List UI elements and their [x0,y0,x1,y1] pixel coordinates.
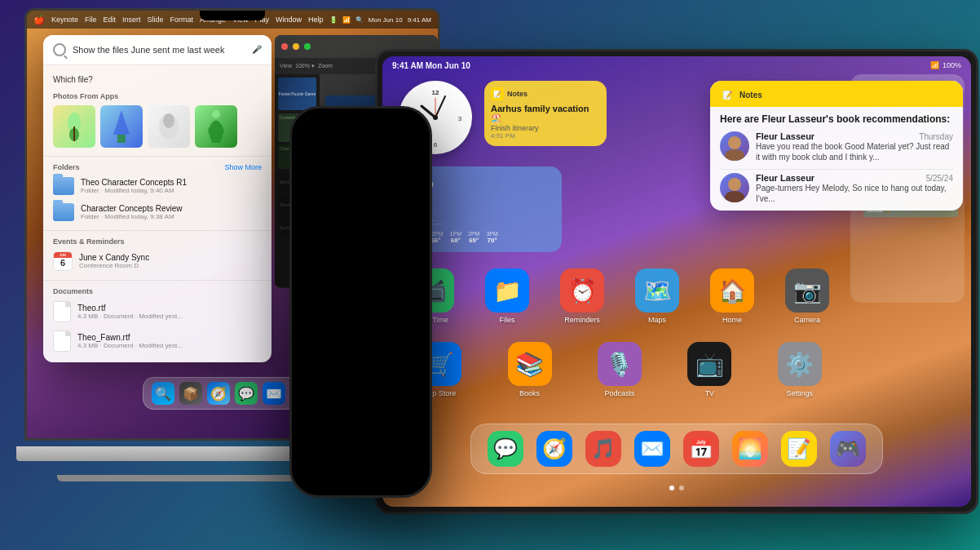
doc-result-1[interactable]: Theo.rtf 4.3 MB · Document · Modified ye… [43,297,271,326]
app-reminders[interactable]: ⏰ Reminders [549,268,616,324]
home-label: Home [722,316,742,324]
dock-safari[interactable]: 🧭 [536,431,572,467]
dock-messages[interactable]: 💬 [488,431,523,467]
menu-slide[interactable]: Slide [148,16,164,24]
reminders-icon: ⏰ [560,268,604,313]
calendar-icon-1: JUN 6 [53,251,73,271]
spotlight-photos-label: Photos From Apps [53,92,262,100]
cal-day: 6 [60,259,65,268]
reminders-label: Reminders [564,316,600,324]
page-dot-2[interactable] [679,486,684,490]
spotlight-search-text[interactable]: Show the files June sent me last week [73,45,252,55]
doc-result-2[interactable]: Theo_Fawn.rtf 4.3 MB · Document · Modifi… [43,326,271,356]
battery-icon: 🔋 [329,16,338,24]
dock-icon-launchpad[interactable]: 📦 [179,382,202,405]
maximize-button[interactable] [304,43,311,50]
svg-text:12: 12 [432,89,439,96]
folder-subtitle-2: Folder · Modified today, 9:38 AM [81,213,262,220]
doc-result-text-1: Theo.rtf 4.3 MB · Document · Modified ye… [77,304,262,320]
notif-avatar-1 [720,131,749,161]
notes-header: 📝 Notes [491,87,600,100]
folder-result-1[interactable]: Theo Character Concepts R1 Folder · Modi… [43,173,271,199]
app-maps[interactable]: 🗺️ Maps [624,268,691,324]
close-button[interactable] [281,43,288,50]
search-menubar-icon[interactable]: 🔍 [355,16,364,24]
minimize-button[interactable] [293,43,299,50]
menu-keynote[interactable]: Keynote [51,16,78,24]
photo-thumb-2[interactable] [100,105,143,148]
dock-icon-mail[interactable]: ✉️ [263,382,285,405]
svg-text:3: 3 [458,115,462,122]
dock-music[interactable]: 🎵 [585,431,621,467]
svg-point-6 [163,113,174,128]
app-grid-row1: 📹 FaceTime 📁 Files ⏰ Reminders 🗺️ Maps 🏠… [399,268,841,324]
dock-icon-messages[interactable]: 💬 [235,382,258,405]
doc-icon-1 [53,301,71,322]
events-label: Events & Reminders [53,237,125,246]
menu-insert[interactable]: Insert [122,16,141,24]
app-files[interactable]: 📁 Files [474,268,541,324]
dock-icon-safari[interactable]: 🧭 [207,382,230,405]
books-icon: 📚 [508,342,552,386]
notif-text-1: Fleur Lasseur Thursday Have you read the… [756,131,953,162]
spotlight-photos-section: Photos From Apps [43,89,271,151]
dock-mail[interactable]: ✉️ [634,431,670,467]
notification-card: 📝 Notes Here are Fleur Lasseur's book re… [710,81,963,211]
app-books[interactable]: 📚 Books [488,342,570,397]
camera-label: Camera [794,316,820,324]
dock-calendar[interactable]: 📅 [683,431,719,467]
camera-icon: 📷 [785,268,829,313]
datetime-display: Mon Jun 10 [369,16,403,24]
menu-edit[interactable]: Edit [104,16,117,24]
svg-line-13 [435,96,445,118]
divider-3 [43,280,271,281]
photo-thumb-3[interactable] [148,105,190,148]
notif-text-2: Fleur Lasseur 5/25/24 Page-turners Hey M… [756,173,953,204]
app-settings[interactable]: ⚙️ Settings [759,342,841,397]
wifi-icon: 📶 [342,16,351,24]
menu-right: 🔋 📶 🔍 Mon Jun 10 9:41 AM [329,16,431,24]
doc-subtitle-2: 4.3 MB · Document · Modified yest... [77,342,262,349]
spotlight-mic-icon[interactable]: 🎤 [252,45,262,55]
menu-format[interactable]: Format [170,16,194,24]
doc-subtitle-1: 4.3 MB · Document · Modified yest... [77,313,262,320]
calendar-result-1[interactable]: JUN 6 June x Candy Sync Conference Room … [43,247,271,275]
app-tv[interactable]: 📺 TV [669,342,750,397]
dock-photos[interactable]: 🌅 [732,431,768,467]
menu-file[interactable]: File [85,16,97,24]
notes-title: Aarhus family vacation 🏖️ [491,104,600,124]
notif-message-1: Fleur Lasseur Thursday Have you read the… [710,128,963,169]
spotlight-search-bar: Show the files June sent me last week 🎤 [43,35,271,65]
show-more-button[interactable]: Show More [224,163,262,171]
dock-more[interactable]: 🎮 [830,431,866,467]
weather-hour-3: 1PM 68° [450,231,461,244]
svg-point-18 [728,178,741,191]
spotlight-content: Which file? Photos From Apps [43,65,271,362]
events-section-header: Events & Reminders [43,236,271,247]
notif-header: 📝 Notes [710,81,963,107]
dock-icon-finder[interactable]: 🔍 [152,382,174,405]
iphone-screen [297,113,425,490]
photo-thumb-1[interactable] [53,105,95,148]
notes-icon: 📝 [491,87,504,100]
dock-notes[interactable]: 📝 [781,431,817,467]
app-camera[interactable]: 📷 Camera [774,268,841,324]
menu-help[interactable]: Help [308,16,324,24]
menu-window[interactable]: Window [276,16,302,24]
notes-subtitle: Finish itinerary [491,124,600,132]
photo-thumb-4[interactable] [195,105,237,148]
maps-icon: 🗺️ [635,268,679,313]
app-podcasts[interactable]: 🎙️ Podcasts [579,342,660,397]
home-icon: 🏠 [710,268,754,313]
tv-label: TV [705,389,715,397]
notif-app-name: Notes [739,91,762,100]
app-home[interactable]: 🏠 Home [699,268,766,324]
folder-result-2[interactable]: Character Concepts Review Folder · Modif… [43,199,271,225]
page-dot-1[interactable] [669,486,674,490]
files-label: Files [499,316,514,324]
folder-result-text-2: Character Concepts Review Folder · Modif… [81,204,262,220]
folders-section-header: Folders Show More [43,162,271,173]
folder-name-1: Theo Character Concepts R1 [81,178,262,187]
apple-logo-icon: 🍎 [33,15,45,25]
notif-sender-row-1: Fleur Lasseur Thursday [756,131,953,141]
